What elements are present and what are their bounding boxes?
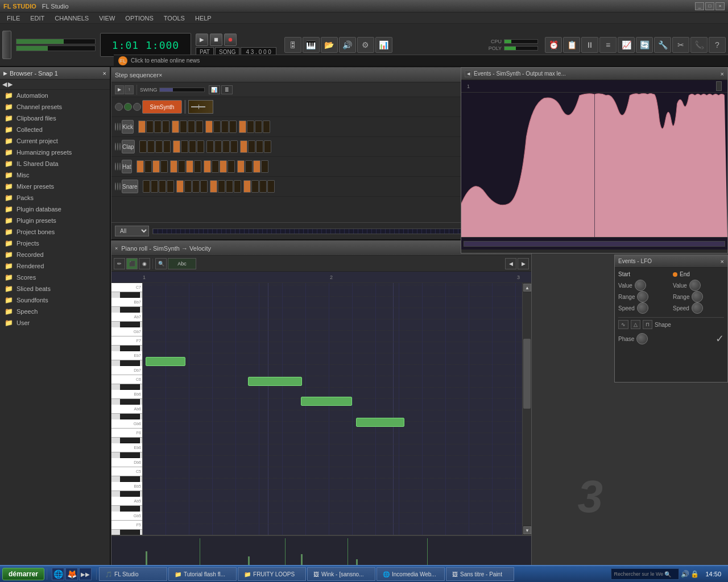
toolbar-right-btn-5[interactable]: 📈 [618,37,635,53]
browser-item-misc[interactable]: 📁 Misc [0,169,110,181]
step-btn-8[interactable] [210,180,217,193]
browser-nav-fwd[interactable]: ▶ [8,81,13,88]
taskbar-item-fl-studio[interactable]: 🎵 FL Studio [99,567,167,581]
events-hscroll-track[interactable] [464,241,725,247]
step-btn-7[interactable] [197,140,204,153]
toolbar-btn-6[interactable]: 📊 [375,37,392,53]
step-btn-15[interactable] [264,140,271,153]
step-btn-2[interactable] [154,120,162,133]
step-btn-12[interactable] [239,120,246,133]
browser-item-il-shared-data[interactable]: 📁 IL Shared Data [0,158,110,169]
toolbar-right-btn-2[interactable]: 📋 [563,37,580,53]
piano-key-E7[interactable] [120,346,140,351]
step-btn-5[interactable] [181,140,188,153]
browser-item-mixer-presets[interactable]: 📁 Mixer presets [0,181,110,192]
step-btn-15[interactable] [263,120,270,133]
piano-key-E5[interactable] [120,530,140,535]
step-btn-3[interactable] [160,160,168,173]
piano-key-F5[interactable]: F5 [111,521,142,530]
piano-key-Db7[interactable]: Db7 [111,366,142,375]
browser-item-soundfonts[interactable]: 📁 Soundfonts [0,294,110,306]
ch-green-snare[interactable] [117,182,118,190]
step-btn-11[interactable] [228,160,235,173]
note-block-1[interactable] [146,357,185,366]
browser-item-project-bones[interactable]: 📁 Project bones [0,226,110,238]
piano-key-Gb6[interactable]: Gb6 [111,419,142,429]
ch-name-simsynth[interactable]: SimSynth [142,100,182,114]
lfo-shape-sine[interactable]: ∿ [618,320,628,329]
piano-key-Eb7[interactable]: Eb7 [111,351,142,360]
step-btn-8[interactable] [205,120,213,133]
master-volume-knob[interactable] [2,31,11,59]
pr-tool-draw[interactable]: ✏ [114,258,125,269]
beat-seq-pattern-select[interactable]: All [115,226,149,236]
toolbar-right-btn-10[interactable]: ? [709,37,726,53]
piano-key-A6[interactable] [120,399,140,405]
pr-tool-erase[interactable]: ◉ [139,258,150,269]
step-btn-4[interactable] [172,120,179,133]
lfo-end-range-knob[interactable] [692,291,703,302]
toolbar-right-btn-4[interactable]: ≡ [599,37,617,53]
step-btn-0[interactable] [143,180,150,193]
step-btn-14[interactable] [259,180,267,193]
step-btn-4[interactable] [170,160,177,173]
step-btn-6[interactable] [188,120,195,133]
step-btn-3[interactable] [167,180,174,193]
step-btn-11[interactable] [234,180,241,193]
step-btn-11[interactable] [229,120,237,133]
ch-green-kick[interactable] [117,123,118,131]
piano-key-Bb7[interactable]: Bb7 [111,298,142,307]
ch-mute-hat[interactable] [115,163,116,171]
ql-firefox[interactable]: 🦊 [65,568,78,580]
ch-green-clap[interactable] [117,143,118,151]
step-btn-2[interactable] [152,160,160,173]
browser-item-projects[interactable]: 📁 Projects [0,238,110,249]
step-btn-3[interactable] [163,140,171,153]
lfo-start-range-knob[interactable] [637,291,648,302]
toolbar-right-btn-1[interactable]: ⏰ [545,37,562,53]
step-btn-9[interactable] [212,160,219,173]
toolbar-right-btn-9[interactable]: 📞 [690,37,708,53]
step-btn-6[interactable] [186,160,193,173]
lfo-end-value-knob[interactable] [689,280,701,291]
lfo-shape-triangle[interactable]: △ [631,320,640,329]
browser-nav-back[interactable]: ◀ [2,81,7,88]
step-btn-2[interactable] [155,140,163,153]
menu-channels[interactable]: CHANNELS [50,14,93,23]
step-btn-12[interactable] [243,180,251,193]
piano-key-E6[interactable] [120,438,140,443]
step-btn-10[interactable] [220,160,227,173]
piano-key-Bb5[interactable]: Bb5 [111,482,142,491]
pr-scroll-right[interactable]: ▶ [518,258,529,269]
step-btn-0[interactable] [136,160,144,173]
note-block-4[interactable] [356,418,404,427]
step-btn-0[interactable] [139,140,147,153]
browser-item-humanizing-presets[interactable]: 📁 Humanizing presets [0,147,110,158]
minimize-button[interactable]: _ [695,2,704,10]
browser-item-clipboard-files[interactable]: 📁 Clipboard files [0,113,110,124]
step-btn-5[interactable] [184,180,192,193]
events-hscroll[interactable] [461,237,727,250]
menu-options[interactable]: OPTIONS [121,14,158,23]
browser-item-scores[interactable]: 📁 Scores [0,272,110,283]
ch-solo-clap[interactable] [119,143,121,151]
es-btn-1[interactable]: ◀ [465,70,471,77]
stop-button[interactable]: ⏹ [210,34,222,46]
step-btn-3[interactable] [162,120,169,133]
ch-mute-kick[interactable] [115,123,116,131]
tray-icon-1[interactable]: 🔊 [681,570,689,578]
piano-key-Ab7[interactable]: Ab7 [111,313,142,322]
step-btn-6[interactable] [189,140,196,153]
toolbar-right-btn-7[interactable]: 🔧 [654,37,671,53]
step-btn-7[interactable] [194,160,201,173]
step-btn-1[interactable] [147,140,155,153]
ch-solo-kick[interactable] [119,123,121,131]
pr-tool-select[interactable]: ⬛ [126,258,138,269]
note-block-3[interactable] [301,397,352,406]
piano-key-A7[interactable] [120,307,140,313]
step-btn-12[interactable] [237,160,245,173]
close-button[interactable]: × [715,2,725,10]
ch-mute-clap[interactable] [115,143,116,151]
step-btn-7[interactable] [196,120,203,133]
ch-name-snare[interactable]: Snare [122,180,138,193]
